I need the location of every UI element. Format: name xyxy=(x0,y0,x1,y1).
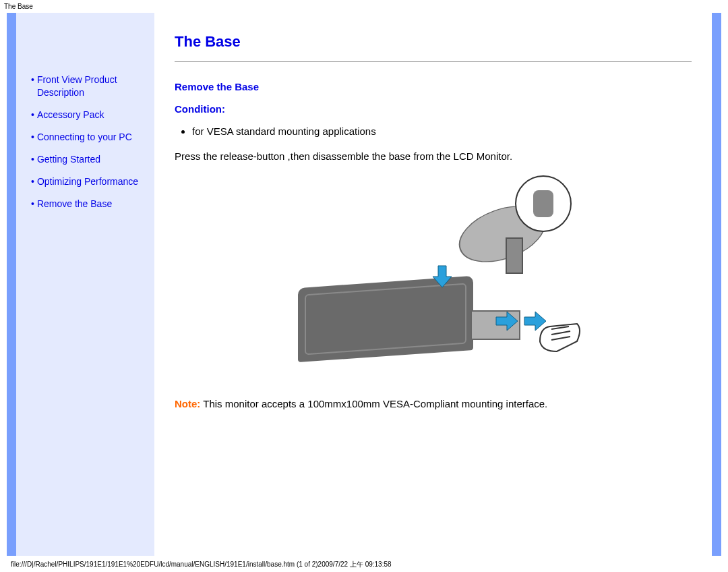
nav-label: Connecting to your PC xyxy=(37,131,132,144)
page-heading: The Base xyxy=(175,33,692,51)
bullet-icon: • xyxy=(31,131,34,144)
nav-label: Optimizing Performance xyxy=(37,175,138,188)
right-border xyxy=(712,13,721,556)
nav-item-connecting[interactable]: • Connecting to your PC xyxy=(31,131,146,144)
window-title: The Base xyxy=(0,0,728,13)
nav-item-getting-started[interactable]: • Getting Started xyxy=(31,153,146,166)
bullet-icon: • xyxy=(31,109,34,121)
nav-label: Remove the Base xyxy=(37,198,112,210)
note-line: Note: This monitor accepts a 100mmx100mm… xyxy=(175,398,692,409)
zoom-circle-icon xyxy=(515,175,572,232)
page-frame: • Front View Product Description • Acces… xyxy=(7,13,721,556)
nav-item-optimizing[interactable]: • Optimizing Performance xyxy=(31,175,146,188)
illustration xyxy=(289,175,578,378)
footer-path: file:///D|/Rachel/PHILIPS/191E1/191E1%20… xyxy=(11,557,392,571)
bullet-icon: • xyxy=(31,175,34,188)
stem-icon xyxy=(506,237,523,274)
note-text: This monitor accepts a 100mmx100mm VESA-… xyxy=(200,398,547,409)
bullet-icon: • xyxy=(31,198,34,210)
divider xyxy=(175,61,692,62)
bullet-icon: • xyxy=(31,74,34,86)
instruction-text: Press the release-button ,then disassemb… xyxy=(175,150,692,162)
nav-item-accessory-pack[interactable]: • Accessory Pack xyxy=(31,109,146,121)
bullet-icon: • xyxy=(31,153,34,166)
section-remove-base: Remove the Base xyxy=(175,81,692,92)
main-content: The Base Remove the Base Condition: for … xyxy=(154,13,712,556)
nav-item-remove-base[interactable]: • Remove the Base xyxy=(31,198,146,210)
section-condition: Condition: xyxy=(175,103,692,115)
nav-label: Getting Started xyxy=(37,153,100,166)
nav-label: Front View Product Description xyxy=(37,74,146,99)
nav-item-front-view[interactable]: • Front View Product Description xyxy=(31,74,146,99)
sidebar: • Front View Product Description • Acces… xyxy=(16,13,154,556)
nav-label: Accessory Pack xyxy=(37,109,104,121)
left-border xyxy=(7,13,16,556)
note-label: Note: xyxy=(175,398,200,409)
arrow-down-icon xyxy=(430,264,454,289)
condition-list: for VESA standard mounting applications xyxy=(192,125,692,137)
arrow-right-icon xyxy=(495,309,519,333)
monitor-back-icon xyxy=(298,276,473,362)
condition-item: for VESA standard mounting applications xyxy=(192,125,692,137)
hand-icon xyxy=(537,314,584,362)
base-disc-illustration xyxy=(457,175,572,290)
